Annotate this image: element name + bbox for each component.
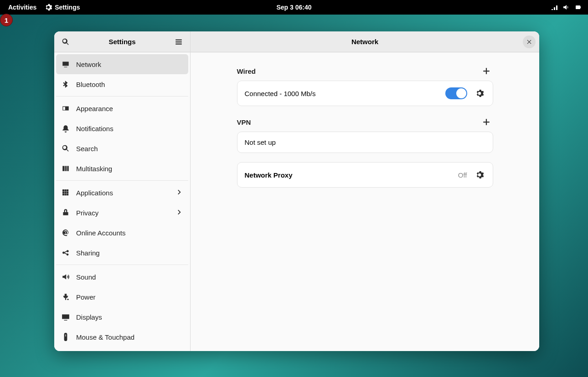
wired-title: Wired — [237, 67, 256, 75]
battery-tray-icon — [574, 4, 582, 11]
wired-connection-row: Connected - 1000 Mb/s — [237, 81, 493, 106]
search-icon — [62, 144, 70, 153]
sidebar: Settings NetworkBluetoothAppearanceNotif… — [54, 31, 191, 351]
sidebar-item-sound[interactable]: Sound — [56, 267, 188, 287]
bell-icon — [62, 124, 70, 132]
sidebar-item-power[interactable]: Power — [56, 287, 188, 307]
sidebar-item-notifications[interactable]: Notifications — [56, 118, 188, 138]
sidebar-item-appearance[interactable]: Appearance — [56, 98, 188, 118]
sidebar-item-label: Online Accounts — [76, 229, 125, 237]
proxy-settings-button[interactable] — [474, 169, 485, 181]
plus-icon — [482, 118, 490, 126]
gear-icon — [475, 89, 484, 97]
network-content: Wired Connected - 1000 Mb/s — [191, 52, 539, 351]
sidebar-item-label: Power — [76, 293, 96, 301]
settings-window: Settings NetworkBluetoothAppearanceNotif… — [54, 31, 539, 351]
system-tray[interactable] — [551, 4, 588, 11]
plus-icon — [482, 67, 490, 75]
sidebar-item-search[interactable]: Search — [56, 138, 188, 158]
sidebar-item-label: Sharing — [76, 249, 100, 257]
sidebar-item-applications[interactable]: Applications — [56, 183, 188, 203]
wired-status-label: Connected - 1000 Mb/s — [245, 90, 316, 97]
displays-icon — [62, 313, 70, 321]
chevron-right-icon — [176, 189, 183, 197]
volume-tray-icon — [562, 4, 570, 11]
sidebar-item-multitasking[interactable]: Multitasking — [56, 158, 188, 178]
sidebar-item-label: Appearance — [76, 105, 113, 112]
vpn-status-label: Not set up — [245, 138, 276, 146]
hamburger-icon — [175, 38, 183, 46]
proxy-status: Off — [458, 171, 467, 179]
sidebar-item-mouse-touchpad[interactable]: Mouse & Touchpad — [56, 327, 188, 347]
mouse-icon — [62, 333, 70, 341]
power-icon — [62, 293, 70, 301]
sidebar-title: Settings — [108, 38, 135, 46]
add-vpn-button[interactable] — [480, 115, 493, 129]
sidebar-item-displays[interactable]: Displays — [56, 307, 188, 327]
wired-section: Wired Connected - 1000 Mb/s — [237, 64, 493, 106]
main-pane: Network Wired Connected - 1000 Mb/s — [191, 31, 539, 351]
chevron-right-icon — [176, 209, 183, 217]
proxy-title: Network Proxy — [245, 171, 293, 179]
monitor-icon — [62, 60, 70, 68]
app-menu-label: Settings — [55, 4, 80, 11]
sidebar-item-label: Privacy — [76, 209, 98, 217]
network-tray-icon — [551, 4, 558, 11]
sidebar-item-online-accounts[interactable]: Online Accounts — [56, 223, 188, 243]
sidebar-item-label: Bluetooth — [76, 81, 105, 88]
sidebar-item-label: Displays — [76, 313, 102, 321]
privacy-icon — [62, 209, 70, 217]
proxy-section: Network Proxy Off — [237, 162, 493, 188]
main-headerbar: Network — [191, 31, 539, 52]
sidebar-item-label: Search — [76, 145, 98, 153]
activities-button[interactable]: Activities — [8, 4, 36, 11]
wired-toggle[interactable] — [445, 87, 467, 99]
sidebar-menu-button[interactable] — [172, 35, 186, 49]
multitasking-icon — [62, 164, 70, 173]
bluetooth-icon — [62, 80, 70, 88]
sidebar-item-label: Notifications — [76, 125, 113, 132]
sidebar-nav-list: NetworkBluetoothAppearanceNotificationsS… — [54, 52, 190, 351]
at-icon — [62, 229, 70, 237]
close-icon — [526, 39, 532, 45]
sidebar-item-label: Mouse & Touchpad — [76, 333, 134, 341]
sidebar-item-label: Network — [76, 61, 101, 68]
sidebar-headerbar: Settings — [54, 31, 190, 52]
search-icon — [62, 38, 70, 46]
sidebar-item-label: Applications — [76, 189, 113, 197]
sound-icon — [62, 273, 70, 281]
annotation-badge-1: 1 — [0, 14, 13, 26]
clock[interactable]: Sep 3 06:40 — [276, 4, 311, 11]
proxy-row[interactable]: Network Proxy Off — [237, 163, 493, 187]
close-button[interactable] — [523, 36, 536, 48]
gear-icon — [475, 171, 484, 179]
vpn-empty-row: Not set up — [237, 132, 493, 153]
sidebar-item-network[interactable]: Network — [56, 54, 188, 74]
sidebar-search-button[interactable] — [59, 35, 72, 49]
apps-icon — [62, 188, 70, 197]
sidebar-item-privacy[interactable]: Privacy — [56, 203, 188, 223]
appearance-icon — [62, 104, 70, 112]
wired-settings-button[interactable] — [474, 87, 485, 99]
app-menu[interactable]: Settings — [45, 4, 80, 11]
sidebar-item-label: Multitasking — [76, 165, 112, 173]
sidebar-item-label: Sound — [76, 273, 96, 281]
vpn-section: VPN Not set up — [237, 115, 493, 153]
vpn-title: VPN — [237, 118, 251, 126]
page-title: Network — [351, 38, 378, 46]
add-wired-button[interactable] — [480, 64, 493, 78]
share-icon — [62, 249, 70, 257]
gear-icon — [45, 4, 52, 11]
sidebar-item-bluetooth[interactable]: Bluetooth — [56, 74, 188, 94]
top-panel: Activities Settings Sep 3 06:40 — [0, 0, 588, 15]
sidebar-item-sharing[interactable]: Sharing — [56, 243, 188, 263]
